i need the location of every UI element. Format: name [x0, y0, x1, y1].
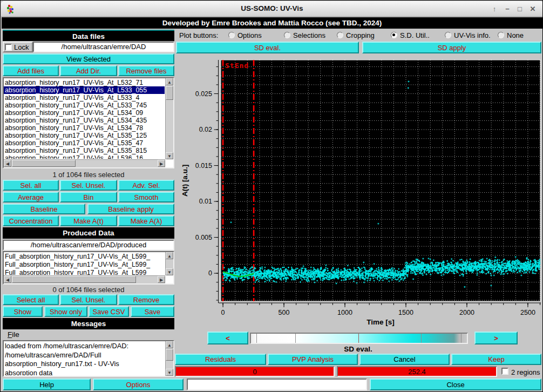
produced-path-field[interactable]: /home/ultrascan/emre/DAD/produced: [3, 240, 174, 251]
p-sel-unsel-button[interactable]: Sel. Unsel.: [60, 294, 117, 305]
sel-unsel-button[interactable]: Sel. Unsel.: [60, 180, 117, 191]
svg-text:A(t) [a.u.]: A(t) [a.u.]: [181, 165, 189, 197]
list-item[interactable]: absorption_history_run17_UV-Vis_At_L534_…: [4, 109, 165, 117]
options-button[interactable]: Options: [93, 379, 184, 390]
list-item[interactable]: absorption_history_run17.txt - UV-Vis: [5, 360, 164, 369]
file-menu[interactable]: File: [8, 330, 19, 339]
list-item[interactable]: absorption_history_run17_UV-Vis_At_L533_…: [4, 102, 165, 109]
residuals-button[interactable]: Residuals: [175, 354, 266, 365]
add-files-button[interactable]: Add files: [3, 65, 59, 76]
list-item[interactable]: absorption_history_run17_UV-Vis_At_L535_…: [4, 132, 165, 139]
scroll-left-icon[interactable]: ◀: [4, 160, 11, 167]
region-start-field[interactable]: 0: [175, 366, 335, 377]
close-window-button[interactable]: ✕: [527, 4, 538, 15]
help-button[interactable]: Help: [3, 379, 91, 390]
scroll-down-icon[interactable]: ▼: [166, 152, 173, 159]
scroll-down-icon[interactable]: ▼: [166, 369, 173, 376]
keep-button[interactable]: Keep: [451, 354, 541, 365]
list-item[interactable]: absorption_history_run17_UV-Vis_At_L533_…: [4, 94, 165, 102]
radio-options[interactable]: Options: [228, 30, 262, 40]
list-item[interactable]: loaded from /home/ultrascan/emre/DAD:: [5, 342, 164, 351]
scroll-right-icon[interactable]: ▶: [158, 276, 165, 283]
scroll-left-icon[interactable]: ◀: [4, 276, 11, 283]
messages-header: Messages: [3, 318, 174, 329]
shade-button[interactable]: ↑: [489, 4, 500, 15]
sd-apply-button[interactable]: SD apply: [362, 42, 541, 53]
select-all-button[interactable]: Select all: [3, 294, 59, 305]
list-item[interactable]: Full_absorption_history_run17_UV-Vis_At_…: [4, 269, 165, 275]
list-item[interactable]: absorption_history_run17_UV-Vis_At_L533_…: [4, 86, 165, 94]
radio-cropping[interactable]: Cropping: [337, 30, 375, 40]
minimize-button[interactable]: −: [502, 4, 513, 15]
maximize-button[interactable]: □: [514, 4, 525, 15]
produced-hscroll-thumb[interactable]: [12, 276, 136, 283]
messages-vscroll-thumb[interactable]: [166, 349, 173, 361]
scroll-right-icon[interactable]: ▶: [158, 160, 165, 167]
show-only-button[interactable]: Show only: [44, 306, 87, 317]
region-end-field[interactable]: 252.4: [337, 366, 497, 377]
list-item[interactable]: Full_absorption_history_run17_UV-Vis_At_…: [4, 253, 165, 261]
list-item[interactable]: absorption_history_run17_UV-Vis_At_L534_…: [4, 124, 165, 132]
produced-hscrollbar[interactable]: ◀ ▶: [4, 275, 165, 283]
nav-right-button[interactable]: >: [474, 332, 518, 344]
uvvis-scatter-plot[interactable]: 0500100015002000250000.0050.010.0150.020…: [179, 56, 541, 328]
close-button[interactable]: Close: [370, 379, 541, 390]
files-vscrollbar[interactable]: ▲ ▼: [165, 78, 173, 159]
scroll-up-icon[interactable]: ▲: [166, 341, 173, 348]
sd-eval-button[interactable]: SD eval.: [176, 42, 359, 53]
lock-control[interactable]: Lock: [3, 42, 33, 52]
plot-area[interactable]: 0500100015002000250000.0050.010.0150.020…: [179, 56, 541, 328]
radio-sd-util[interactable]: S.D. Util..: [391, 30, 430, 40]
regions-checkbox[interactable]: [501, 368, 508, 375]
gradient-separator: [256, 334, 257, 343]
save-csv-button[interactable]: Save CSV: [89, 306, 129, 317]
cancel-button[interactable]: Cancel: [359, 354, 450, 365]
scroll-up-icon[interactable]: ▲: [166, 252, 173, 259]
remove-files-button[interactable]: Remove files: [118, 65, 174, 76]
radio-selections[interactable]: Selections: [284, 30, 325, 40]
lock-checkbox[interactable]: [5, 44, 12, 51]
messages-vscrollbar[interactable]: ▲ ▼: [165, 341, 173, 376]
concentration-button[interactable]: Concentration: [3, 215, 59, 226]
sel-all-button[interactable]: Sel. all: [3, 180, 59, 191]
save-button[interactable]: Save: [131, 306, 174, 317]
average-button[interactable]: Average: [3, 192, 59, 202]
scroll-up-icon[interactable]: ▲: [166, 78, 173, 85]
make-at-button[interactable]: Make A(t): [60, 215, 117, 226]
list-item[interactable]: absorption_history_run17_UV-Vis_At_L535_…: [4, 139, 165, 147]
pvp-analysis-button[interactable]: PVP Analysis: [268, 354, 358, 365]
sd-gradient-slider[interactable]: [250, 333, 468, 344]
list-item[interactable]: absorption data: [5, 369, 164, 376]
smooth-button[interactable]: Smooth: [118, 192, 174, 202]
list-item[interactable]: Full_absorption_history_run17_UV-Vis_At_…: [4, 261, 165, 269]
data-files-list[interactable]: absorption_history_run17_UV-Vis_At_L532_…: [3, 77, 174, 168]
baseline-button[interactable]: Baseline: [3, 204, 85, 214]
data-dir-path-field[interactable]: /home/ultrascan/emre/DAD: [33, 42, 174, 52]
produced-files-list[interactable]: Full_absorption_history_run17_UV-Vis_At_…: [3, 251, 174, 285]
regions-label: 2 regions: [511, 368, 540, 376]
messages-box[interactable]: loaded from /home/ultrascan/emre/DAD:/ho…: [3, 340, 174, 377]
bin-button[interactable]: Bin: [60, 192, 117, 202]
list-item[interactable]: absorption_history_run17_UV-Vis_At_L536_…: [4, 154, 165, 159]
list-item[interactable]: absorption_history_run17_UV-Vis_At_L532_…: [4, 79, 165, 86]
radio-circle-icon: [391, 32, 397, 38]
list-item[interactable]: /home/ultrascan/emre/DAD/Full: [5, 351, 164, 360]
files-vscroll-thumb[interactable]: [166, 86, 173, 100]
radio-uvvis-info[interactable]: UV-Vis info.: [445, 30, 491, 40]
add-dir-button[interactable]: Add Dir.: [60, 65, 117, 76]
list-item[interactable]: absorption_history_run17_UV-Vis_At_L534_…: [4, 117, 165, 124]
nav-left-button[interactable]: <: [207, 332, 248, 344]
radio-none[interactable]: None: [498, 30, 524, 40]
files-hscroll-thumb[interactable]: [12, 160, 76, 167]
scroll-down-icon[interactable]: ▼: [166, 268, 173, 275]
list-item[interactable]: absorption_history_run17_UV-Vis_At_L535_…: [4, 147, 165, 154]
show-button[interactable]: Show: [3, 306, 43, 317]
make-alambda-button[interactable]: Make A(λ): [118, 215, 174, 226]
view-selected-button[interactable]: View Selected: [3, 53, 174, 64]
title-bar[interactable]: US-SOMO: UV-Vis ↑ − □ ✕: [1, 1, 543, 17]
files-hscrollbar[interactable]: ◀ ▶: [4, 159, 165, 167]
produced-vscrollbar[interactable]: ▲ ▼: [165, 252, 173, 275]
adv-sel-button[interactable]: Adv. Sel.: [118, 180, 174, 191]
remove-button[interactable]: Remove: [118, 294, 174, 305]
baseline-apply-button[interactable]: Baseline apply: [87, 204, 174, 214]
